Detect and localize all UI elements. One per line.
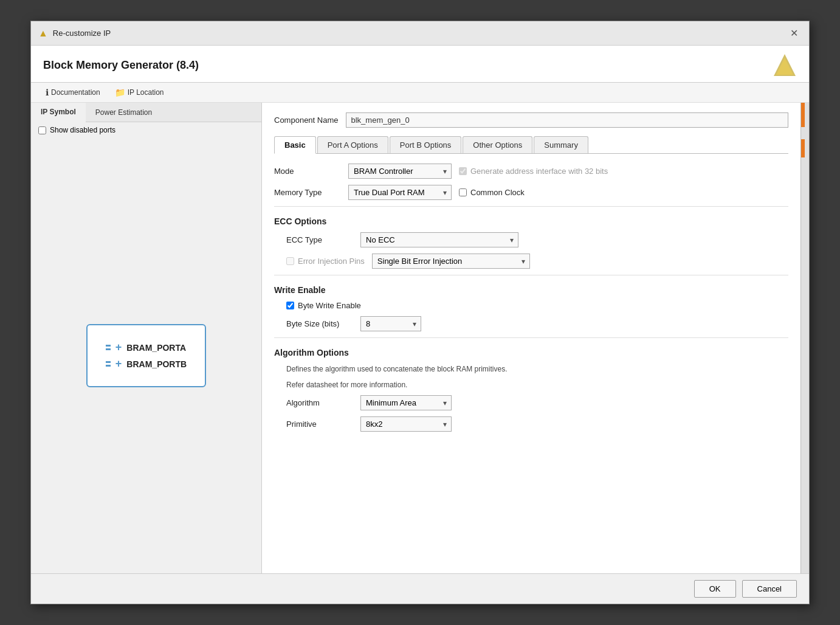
header: Block Memory Generator (8.4) — [31, 46, 809, 83]
bram-symbol: + BRAM_PORTA + BRAM_PORTB — [86, 324, 206, 387]
mode-select-wrapper: BRAM Controller Stand Alone — [348, 164, 452, 179]
left-panel: IP Symbol Power Estimation Show disabled… — [31, 103, 262, 573]
component-name-row: Component Name — [274, 112, 788, 128]
ecc-type-select[interactable]: No ECC Hamming ECC — [360, 232, 518, 247]
show-disabled-ports-checkbox[interactable] — [38, 126, 46, 134]
show-disabled-ports-row: Show disabled ports — [31, 122, 261, 138]
error-injection-checkbox — [286, 257, 294, 265]
component-name-input[interactable] — [346, 112, 789, 128]
ecc-type-label: ECC Type — [286, 235, 353, 244]
ip-location-button[interactable]: 📁 IP Location — [112, 86, 167, 98]
write-enable-content: Byte Write Enable Byte Size (bits) 8 9 — [274, 301, 788, 331]
byte-write-enable-row: Byte Write Enable — [286, 301, 788, 310]
algorithm-section-header: Algorithm Options — [274, 348, 788, 357]
ecc-section-header: ECC Options — [274, 216, 788, 226]
generate-address-checkbox — [459, 167, 467, 175]
porta-line-2 — [106, 348, 111, 350]
main-content: IP Symbol Power Estimation Show disabled… — [31, 103, 809, 573]
common-clock-row: Common Clock — [459, 188, 525, 197]
algorithm-select-wrapper: Minimum Area Low Power Fixed Primitives — [360, 395, 452, 410]
dialog: ▲ Re-customize IP ✕ Block Memory Generat… — [30, 21, 810, 604]
error-injection-select[interactable]: Single Bit Error Injection Double Bit Er… — [372, 254, 530, 269]
porta-plus-icon: + — [115, 341, 122, 354]
byte-write-enable-checkbox-row: Byte Write Enable — [286, 301, 361, 310]
primitive-label: Primitive — [286, 420, 353, 429]
tab-port-a-options[interactable]: Port A Options — [317, 136, 388, 153]
portb-line-2 — [106, 365, 111, 367]
memory-type-select-wrapper: True Dual Port RAM Simple Dual Port RAM … — [348, 185, 452, 200]
bram-portb-label: BRAM_PORTB — [126, 359, 187, 369]
byte-size-select[interactable]: 8 9 — [360, 316, 421, 331]
write-enable-section-header: Write Enable — [274, 285, 788, 295]
folder-icon: 📁 — [115, 88, 125, 97]
portb-line-1 — [106, 361, 111, 363]
dialog-title: Re-customize IP — [53, 29, 111, 38]
cancel-button[interactable]: Cancel — [742, 580, 797, 598]
common-clock-checkbox[interactable] — [459, 188, 467, 196]
error-injection-checkbox-row: Error Injection Pins — [286, 257, 365, 266]
algorithm-content: Defines the algorithm used to concatenat… — [274, 364, 788, 432]
common-clock-label: Common Clock — [470, 188, 525, 197]
error-injection-pins-label: Error Injection Pins — [298, 257, 365, 266]
porta-lines — [106, 345, 111, 350]
tabs-bar: Basic Port A Options Port B Options Othe… — [274, 136, 788, 154]
tab-ip-symbol[interactable]: IP Symbol — [31, 103, 86, 122]
primitive-row: Primitive 8kx2 16kx2 32kx2 — [286, 416, 788, 432]
primitive-select-wrapper: 8kx2 16kx2 32kx2 — [360, 416, 452, 432]
documentation-button[interactable]: ℹ Documentation — [43, 86, 103, 98]
side-scroll — [800, 103, 809, 573]
vivado-logo — [773, 53, 797, 77]
memory-type-row: Memory Type True Dual Port RAM Simple Du… — [274, 185, 788, 200]
algorithm-label: Algorithm — [286, 398, 353, 407]
byte-size-row: Byte Size (bits) 8 9 — [286, 316, 788, 331]
error-injection-select-wrapper: Single Bit Error Injection Double Bit Er… — [372, 254, 530, 269]
ecc-type-select-wrapper: No ECC Hamming ECC — [360, 232, 518, 247]
byte-write-enable-label: Byte Write Enable — [298, 301, 361, 310]
byte-write-enable-checkbox[interactable] — [286, 302, 294, 309]
left-tabs: IP Symbol Power Estimation — [31, 103, 261, 122]
primitive-select[interactable]: 8kx2 16kx2 32kx2 — [360, 416, 452, 432]
generate-address-row: Generate address interface with 32 bits — [459, 167, 608, 176]
tab-other-options[interactable]: Other Options — [463, 136, 532, 153]
ok-button[interactable]: OK — [694, 580, 736, 598]
documentation-label: Documentation — [51, 88, 100, 97]
portb-plus-icon: + — [115, 357, 122, 370]
ecc-content: ECC Type No ECC Hamming ECC Error In — [274, 232, 788, 269]
right-panel: Component Name Basic Port A Options Port… — [262, 103, 800, 573]
byte-size-label: Byte Size (bits) — [286, 319, 353, 328]
toolbar: ℹ Documentation 📁 IP Location — [31, 83, 809, 103]
algorithm-select[interactable]: Minimum Area Low Power Fixed Primitives — [360, 395, 452, 410]
memory-type-select[interactable]: True Dual Port RAM Simple Dual Port RAM … — [348, 185, 452, 200]
tab-port-b-options[interactable]: Port B Options — [390, 136, 462, 153]
byte-size-select-wrapper: 8 9 — [360, 316, 421, 331]
bram-porta-label: BRAM_PORTA — [126, 343, 186, 353]
write-enable-divider — [274, 275, 788, 275]
tab-power-estimation[interactable]: Power Estimation — [86, 103, 162, 122]
porta-line-1 — [106, 345, 111, 347]
error-injection-row: Error Injection Pins Single Bit Error In… — [286, 254, 788, 269]
basic-tab-content: Mode BRAM Controller Stand Alone Generat… — [274, 164, 788, 438]
algo-desc-2: Refer datasheet for more information. — [286, 379, 788, 390]
ecc-divider — [274, 206, 788, 207]
tab-summary[interactable]: Summary — [534, 136, 588, 153]
close-button[interactable]: ✕ — [787, 26, 802, 40]
footer: OK Cancel — [31, 573, 809, 604]
tab-basic[interactable]: Basic — [274, 136, 316, 154]
generate-address-label: Generate address interface with 32 bits — [470, 167, 608, 176]
app-icon: ▲ — [38, 28, 48, 39]
scroll-gap-2 — [801, 157, 809, 573]
info-icon: ℹ — [46, 88, 49, 97]
mode-row: Mode BRAM Controller Stand Alone Generat… — [274, 164, 788, 179]
portb-lines — [106, 361, 111, 367]
algorithm-divider — [274, 337, 788, 338]
ecc-type-row: ECC Type No ECC Hamming ECC — [286, 232, 788, 247]
ip-location-label: IP Location — [128, 88, 164, 97]
bram-portb-row: + BRAM_PORTB — [106, 357, 187, 370]
mode-select[interactable]: BRAM Controller Stand Alone — [348, 164, 452, 179]
symbol-area: + BRAM_PORTA + BRAM_PORTB — [31, 138, 261, 573]
component-name-label: Component Name — [274, 116, 339, 125]
mode-label: Mode — [274, 167, 341, 176]
algo-desc-1: Defines the algorithm used to concatenat… — [286, 364, 788, 375]
orange-accent-2 — [801, 139, 805, 157]
title-bar: ▲ Re-customize IP ✕ — [31, 21, 809, 46]
